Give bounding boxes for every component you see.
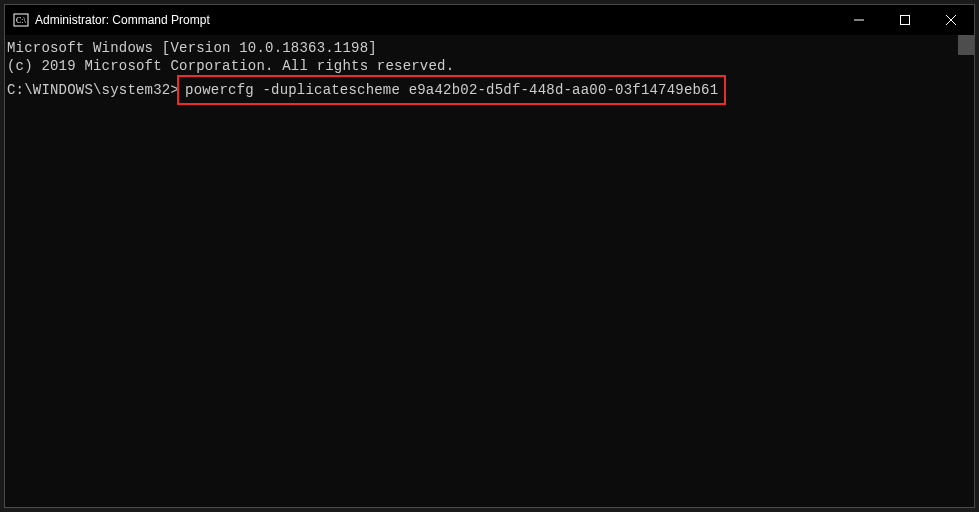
- vertical-scrollbar[interactable]: [958, 35, 974, 507]
- terminal-prompt-line: C:\WINDOWS\system32>powercfg -duplicates…: [7, 75, 956, 105]
- minimize-button[interactable]: [836, 5, 882, 35]
- svg-text:C:\: C:\: [16, 16, 27, 25]
- terminal-command: powercfg -duplicatescheme e9a42b02-d5df-…: [185, 82, 718, 98]
- terminal-output-line: Microsoft Windows [Version 10.0.18363.11…: [7, 39, 956, 57]
- window-title: Administrator: Command Prompt: [35, 13, 836, 27]
- titlebar[interactable]: C:\ Administrator: Command Prompt: [5, 5, 974, 35]
- cmd-icon: C:\: [13, 12, 29, 28]
- maximize-button[interactable]: [882, 5, 928, 35]
- command-prompt-window: C:\ Administrator: Command Prompt: [4, 4, 975, 508]
- command-highlight: powercfg -duplicatescheme e9a42b02-d5df-…: [177, 75, 726, 105]
- terminal-body[interactable]: Microsoft Windows [Version 10.0.18363.11…: [5, 35, 974, 507]
- svg-rect-3: [901, 16, 910, 25]
- close-button[interactable]: [928, 5, 974, 35]
- terminal-prompt: C:\WINDOWS\system32>: [7, 81, 179, 99]
- window-controls: [836, 5, 974, 35]
- scrollbar-thumb[interactable]: [958, 35, 974, 55]
- terminal-output-line: (c) 2019 Microsoft Corporation. All righ…: [7, 57, 956, 75]
